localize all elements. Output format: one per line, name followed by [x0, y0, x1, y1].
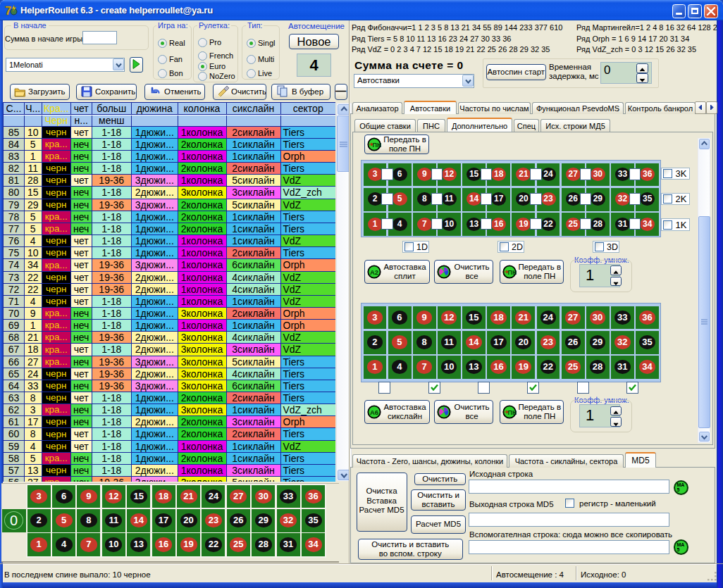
svg-text:ПН: ПН: [373, 141, 382, 148]
svg-text:ПН: ПН: [507, 408, 517, 415]
svg-text:А6: А6: [370, 408, 378, 415]
svg-text:ПН: ПН: [507, 268, 517, 275]
svg-text:А2: А2: [370, 268, 378, 275]
